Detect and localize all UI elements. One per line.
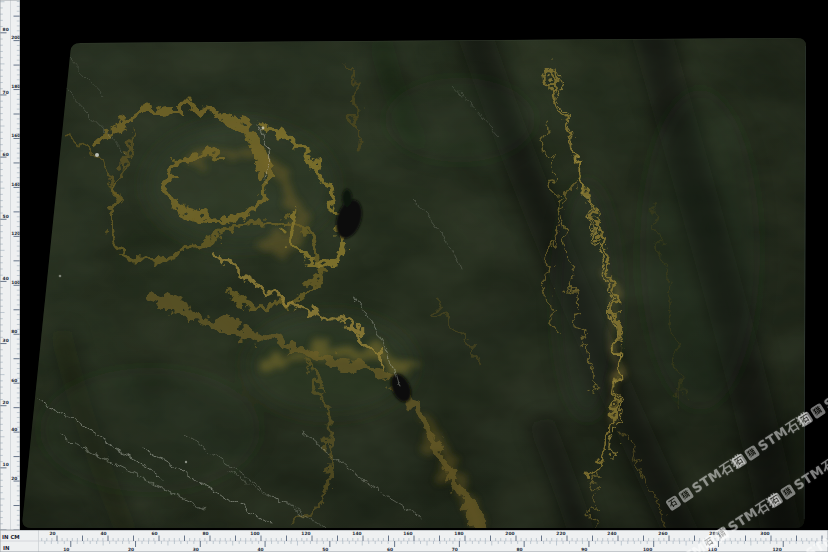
slab-photo	[0, 0, 828, 552]
svg-text:260: 260	[658, 531, 667, 536]
slab-vignette	[0, 20, 828, 552]
horizontal-ruler: 2040608010012014016018020022024026028030…	[0, 530, 828, 552]
svg-text:100: 100	[643, 547, 652, 552]
svg-text:40: 40	[11, 427, 17, 432]
svg-text:20: 20	[11, 476, 17, 481]
svg-text:20: 20	[128, 547, 134, 552]
svg-text:100: 100	[250, 531, 259, 536]
svg-text:40: 40	[100, 531, 106, 536]
svg-text:80: 80	[517, 547, 523, 552]
svg-text:60: 60	[3, 152, 9, 157]
svg-text:160: 160	[403, 531, 412, 536]
svg-text:30: 30	[193, 547, 199, 552]
svg-text:50: 50	[322, 547, 328, 552]
ruler-ticks: 2040608010012014016018020022024026028030…	[0, 530, 828, 552]
svg-text:10: 10	[63, 547, 69, 552]
svg-text:30: 30	[3, 338, 9, 343]
svg-text:10: 10	[3, 462, 9, 467]
svg-text:180: 180	[454, 531, 463, 536]
svg-text:120: 120	[773, 547, 782, 552]
svg-text:60: 60	[387, 547, 393, 552]
svg-text:40: 40	[3, 276, 9, 281]
svg-text:70: 70	[452, 547, 458, 552]
svg-text:60: 60	[151, 531, 157, 536]
svg-text:20: 20	[3, 400, 9, 405]
svg-text:80: 80	[202, 531, 208, 536]
svg-text:40: 40	[257, 547, 263, 552]
svg-text:300: 300	[760, 531, 769, 536]
svg-text:70: 70	[3, 90, 9, 95]
svg-text:140: 140	[352, 531, 361, 536]
slab-surface	[0, 10, 828, 552]
svg-text:80: 80	[11, 329, 17, 334]
svg-text:60: 60	[11, 378, 17, 383]
svg-text:20: 20	[49, 531, 55, 536]
vertical-ruler: 1020304050607080204060801001201401601802…	[0, 0, 20, 530]
svg-text:80: 80	[3, 27, 9, 32]
svg-text:110: 110	[708, 547, 717, 552]
corner-unit-label-1: IN CM	[2, 534, 20, 540]
slab-scan-viewer: 1020304050607080204060801001201401601802…	[0, 0, 828, 552]
svg-text:120: 120	[301, 531, 310, 536]
svg-text:90: 90	[581, 547, 587, 552]
svg-text:280: 280	[709, 531, 718, 536]
svg-text:200: 200	[505, 531, 514, 536]
svg-text:240: 240	[607, 531, 616, 536]
svg-text:220: 220	[556, 531, 565, 536]
corner-unit-label-2: IN	[3, 545, 10, 551]
svg-text:50: 50	[3, 214, 9, 219]
